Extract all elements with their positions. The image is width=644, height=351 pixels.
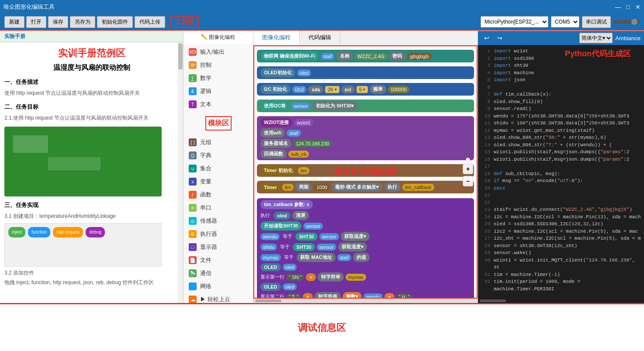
- chip-value: 的值: [353, 253, 370, 262]
- block-item-dict[interactable]: {} 字典: [184, 149, 253, 162]
- chip-execute: 执行: [384, 182, 401, 192]
- file-label: 文件: [200, 256, 211, 264]
- block-item-network[interactable]: 🌐 网络: [184, 280, 253, 293]
- block-oled-init[interactable]: OLED初始化 oled: [257, 66, 474, 79]
- block-callback-section[interactable]: tim_callback 参数: x 执行 oled 清屏 开始读取SHT30 …: [257, 198, 474, 298]
- code-line: 4import machine: [480, 69, 642, 77]
- chip-sht30: SHT30: [295, 233, 317, 241]
- brightness-slider[interactable]: [613, 20, 640, 24]
- block-item-comm[interactable]: 📡 通信: [184, 267, 253, 280]
- undo-btn[interactable]: ↩: [481, 34, 492, 42]
- section-32-text: 3.2 添加控件拖拽 inject, function, http reques…: [4, 268, 179, 287]
- new-button[interactable]: 新建: [4, 16, 24, 28]
- block-wifi[interactable]: 物联网 确保连接到Wi-Fi staif 名称 WZZC_2.4G 密码 gjb…: [257, 50, 474, 62]
- val-sensor: sensor: [291, 103, 311, 110]
- block-item-actuator[interactable]: ⚙ 执行器: [184, 227, 253, 241]
- line-number: 22: [480, 199, 490, 206]
- maximize-btn[interactable]: □: [627, 3, 630, 10]
- line-code: import json: [494, 76, 526, 84]
- chip-concat1: +: [306, 273, 315, 281]
- val-staif3: staif: [337, 254, 351, 261]
- code-line: 23staif= wziot.do_connect("WZZC_2.4G","g…: [480, 206, 642, 213]
- section-2-title: 二、任务目标: [4, 102, 179, 112]
- block-item-func[interactable]: ƒ 函数: [184, 188, 253, 201]
- block-item-file[interactable]: 📄 文件: [184, 254, 253, 267]
- line-number: 5: [480, 76, 490, 84]
- redo-btn[interactable]: ↪: [495, 34, 505, 42]
- line-number: 24: [480, 213, 490, 221]
- chip-period: 周期: [295, 182, 312, 192]
- chip-to-int: 转字符串: [315, 292, 341, 298]
- save-as-button[interactable]: 另存为: [70, 16, 95, 28]
- label-show-line1: 显示第一行: [260, 274, 284, 280]
- tab-graphical-edit[interactable]: 图像化编程: [253, 31, 300, 45]
- code-line: 30wziot1 = wziot.init_MQTT_client("124.7…: [480, 257, 642, 271]
- block-item-control[interactable]: ⟳ 控制: [184, 58, 253, 72]
- lang-select[interactable]: 简体中文▾: [579, 33, 613, 43]
- com-select[interactable]: COM5: [551, 16, 579, 28]
- code-line: 16 wziot1.publish(staif,msg=json.dumps({…: [480, 156, 642, 163]
- code-line: 18def sub_cb(topic, msg):: [480, 170, 642, 178]
- code-line: 32tim.init(period = 1000, mode = machine…: [480, 278, 642, 292]
- debug-panel: 调试信息区: [0, 303, 644, 351]
- block-timer-init[interactable]: Timer 初始化 tim: [257, 164, 474, 177]
- code-line: 17: [480, 163, 642, 170]
- minimize-btn[interactable]: —: [615, 3, 621, 10]
- block-item-tuple[interactable]: [ ] 元组: [184, 136, 253, 149]
- block-item-sensor[interactable]: ◎ 传感器: [184, 214, 253, 227]
- line-number: 8: [480, 98, 490, 106]
- val-sensor2: sensor: [303, 223, 323, 230]
- python-h-scrollbar[interactable]: [478, 299, 644, 303]
- save-button[interactable]: 保存: [48, 16, 68, 28]
- block-i2c-init[interactable]: I2C 初始化 i2c2 sda 26 scl 5 频率 100000: [257, 83, 474, 96]
- graphical-edit-area[interactable]: 图形化代码编辑区 物联网 确保连接到Wi-Fi staif 名称 WZZC_2.…: [253, 45, 478, 299]
- block-wziot[interactable]: WZIOT连接 wziot1 使用wifi staif 服务器域名 124.70…: [257, 116, 474, 160]
- chip-sda: sda: [308, 86, 323, 93]
- line-number: 7: [480, 91, 490, 98]
- chip-name: 名称: [336, 52, 353, 61]
- line-number: 28: [480, 242, 490, 250]
- serial-debug-button[interactable]: 串口调试: [582, 16, 611, 28]
- handbook-tab[interactable]: 实验手册: [0, 31, 183, 42]
- block-item-display[interactable]: □ 显示器: [184, 241, 253, 254]
- blocks-container: 物联网 确保连接到Wi-Fi staif 名称 WZZC_2.4G 密码 gjb…: [254, 46, 477, 298]
- micropython-select[interactable]: MicroPython[ESP32_...: [481, 16, 548, 28]
- block-timer-config[interactable]: Timer tim 周期 1000 毫秒 模式 多次触发▾ 执行 tim_cal…: [257, 181, 474, 193]
- block-use-i2c[interactable]: 使用I2C将 sensor 初始化为 SHT30▾: [257, 100, 474, 112]
- block-item-logic[interactable]: & 逻辑: [184, 85, 253, 98]
- val-ip: 124.70.166.230: [293, 140, 332, 147]
- open-button[interactable]: 打开: [26, 16, 46, 28]
- val-oled: oled: [297, 69, 312, 76]
- close-btn[interactable]: ✕: [635, 3, 641, 10]
- block-item-set[interactable]: ∪ 集合: [184, 162, 253, 175]
- code-lines: 1import wziot2import ssd13063import sht3…: [480, 48, 642, 292]
- block-item-text[interactable]: T 文本: [184, 98, 253, 111]
- comm-label: 通信: [200, 269, 211, 277]
- right-controls: MicroPython[ESP32_... COM5 串口调试: [481, 16, 640, 28]
- block-item-serial[interactable]: ≡ 串口: [184, 201, 253, 214]
- line-code: shidu = 100*(sht30.SHT30.data[3]*256+sht…: [494, 120, 629, 127]
- left-scrollbar[interactable]: [178, 42, 183, 303]
- sel-26[interactable]: 26: [325, 86, 339, 93]
- slider-thumb: [631, 19, 637, 25]
- line-number: 9: [480, 105, 490, 113]
- block-item-io[interactable]: I/O 输入/输出: [184, 45, 253, 58]
- tab-code-edit[interactable]: 代码编辑: [300, 31, 340, 45]
- tab-graphical[interactable]: ✏️ 图像化编程: [184, 31, 253, 44]
- init-firmware-button[interactable]: 初始化固件: [97, 16, 133, 28]
- network-icon: 🌐: [189, 282, 197, 290]
- cloud-label: ▶ 轻松上云: [200, 296, 230, 303]
- block-item-var[interactable]: x 变量: [184, 175, 253, 188]
- horizontal-scrollbar[interactable]: [253, 299, 478, 303]
- zoom-out-btn[interactable]: −: [463, 176, 473, 186]
- io-icon: I/O: [189, 48, 197, 56]
- line-code: staif= wziot.do_connect("WZZC_2.4G","gjb…: [494, 206, 632, 213]
- line-code: oled = ssd1306.SSD1306_I2C(128,32,i2c): [494, 220, 603, 228]
- upload-code-button[interactable]: 代码上传: [135, 16, 165, 28]
- block-item-math[interactable]: ∑ 数学: [184, 72, 253, 85]
- zoom-in-btn[interactable]: +: [463, 164, 473, 174]
- actuator-label: 执行器: [200, 230, 217, 238]
- line-code: i2c = machine.I2C(scl = machine.Pin(13),…: [494, 213, 641, 221]
- sel-5[interactable]: 5: [357, 86, 368, 93]
- block-item-cloud[interactable]: ☁ ▶ 轻松上云: [184, 293, 253, 303]
